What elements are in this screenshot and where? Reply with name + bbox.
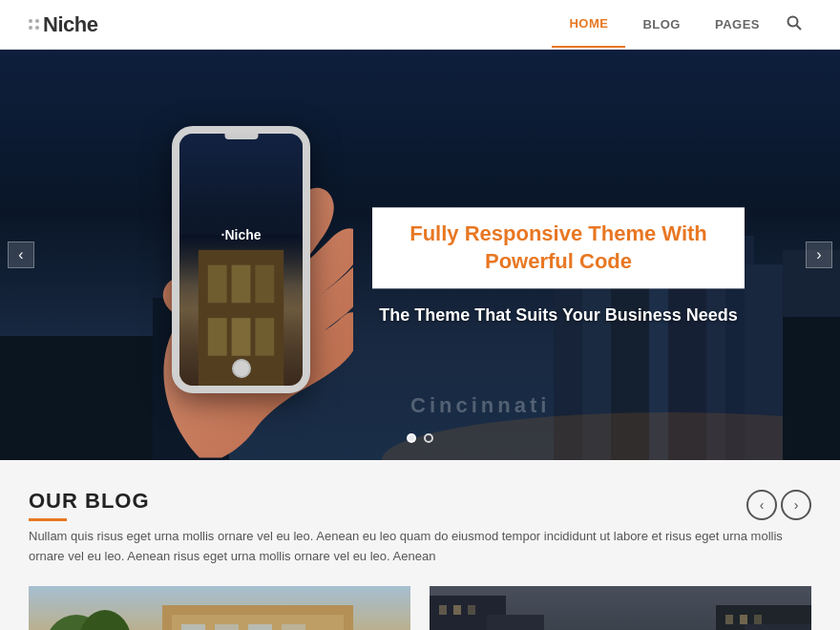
nav-pages[interactable]: PAGES [698, 2, 777, 47]
slider-dot-1[interactable] [407, 433, 416, 443]
blog-card-1[interactable] [29, 586, 410, 630]
blog-title-wrap: OUR BLOG [29, 489, 150, 521]
logo-dots-icon [29, 19, 39, 30]
blog-next-button[interactable]: › [781, 490, 811, 520]
phone-notch [224, 134, 258, 139]
slider-dot-2[interactable] [424, 433, 433, 443]
blog-card-2[interactable] [430, 586, 811, 630]
svg-point-0 [788, 17, 798, 27]
svg-rect-64 [430, 586, 811, 630]
hero-heading: Fully Responsive Theme With Powerful Cod… [395, 220, 722, 275]
hero-text-block: Fully Responsive Theme With Powerful Cod… [372, 207, 745, 326]
hero-heading-box: Fully Responsive Theme With Powerful Cod… [372, 207, 745, 288]
slider-next-button[interactable]: › [806, 242, 832, 268]
svg-rect-47 [29, 586, 410, 630]
blog-header: OUR BLOG ‹ › [29, 489, 811, 521]
nav-blog[interactable]: BLOG [625, 2, 698, 47]
logo[interactable]: Niche [29, 12, 97, 37]
svg-point-20 [382, 412, 840, 460]
nav-home[interactable]: HOME [552, 1, 625, 48]
svg-text:Cincinnati: Cincinnati [410, 393, 550, 417]
header: Niche HOME BLOG PAGES [0, 0, 840, 50]
slider-prev-button[interactable]: ‹ [8, 242, 34, 268]
blog-cards [29, 586, 811, 630]
svg-line-1 [797, 26, 802, 31]
hero-subheading: The Theme That Suits Your Business Needs [372, 306, 745, 326]
phone-home-button [232, 359, 251, 378]
blog-nav: ‹ › [743, 490, 811, 520]
blog-description: Nullam quis risus eget urna mollis ornar… [29, 527, 811, 567]
blog-card-image-2 [430, 586, 811, 630]
blog-card-image-1 [29, 586, 410, 630]
phone-device: ·Niche [172, 126, 310, 393]
blog-title-underline [29, 518, 67, 521]
phone-logo-text: ·Niche [220, 227, 261, 242]
logo-text: Niche [43, 12, 97, 37]
phone-mockup: ·Niche [143, 97, 353, 460]
slider-dots [407, 433, 433, 443]
blog-section: OUR BLOG ‹ › Nullam quis risus eget urna… [0, 460, 840, 630]
phone-screen: ·Niche [179, 134, 303, 386]
main-nav: HOME BLOG PAGES [552, 0, 811, 49]
blog-prev-button[interactable]: ‹ [746, 490, 777, 520]
hero-slider: Cincinnati [0, 50, 840, 460]
blog-title: OUR BLOG [29, 489, 150, 514]
search-icon[interactable] [777, 0, 811, 49]
svg-rect-24 [783, 317, 840, 460]
